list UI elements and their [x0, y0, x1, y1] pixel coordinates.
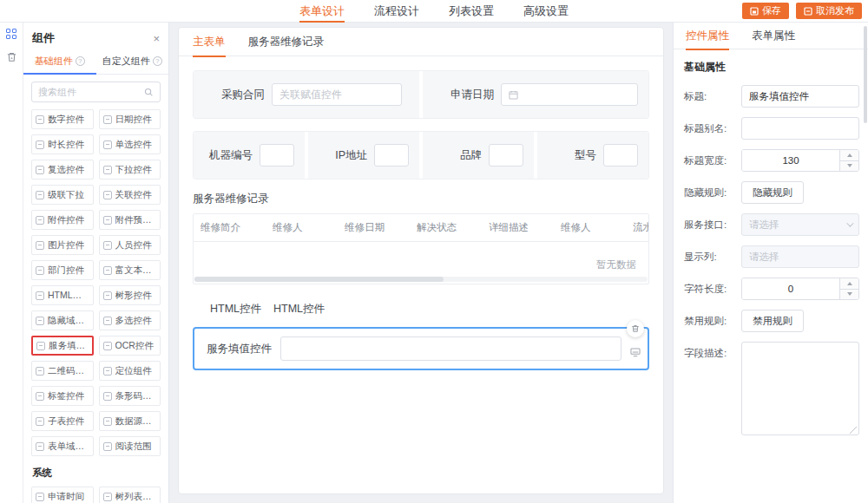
- display-column-select[interactable]: 请选择: [741, 245, 859, 268]
- tab-advanced-settings[interactable]: 高级设置: [523, 0, 569, 23]
- component-item-apply-time[interactable]: 申请时间: [31, 487, 94, 503]
- purchase-contract-input[interactable]: [279, 88, 394, 101]
- stepper-down-icon[interactable]: [840, 290, 858, 300]
- tab-main-form[interactable]: 主表单: [193, 28, 226, 56]
- component-item-relation-control[interactable]: 关联控件: [99, 185, 161, 205]
- tab-server-repair-records[interactable]: 服务器维修记录: [248, 28, 325, 56]
- tab-form-properties[interactable]: 表单属性: [752, 23, 795, 49]
- components-grid-icon[interactable]: [0, 23, 23, 45]
- component-item-checkbox-control[interactable]: 复选控件: [31, 160, 94, 180]
- field-apply-date[interactable]: 申请日期: [421, 71, 648, 118]
- component-item-radio-control[interactable]: 单选控件: [99, 134, 161, 154]
- field-purchase-contract[interactable]: 采购合同: [194, 71, 419, 118]
- ocr-control-icon: [103, 342, 112, 350]
- field-ip-address[interactable]: IP地址: [306, 132, 419, 179]
- hidden-field-icon: [36, 317, 44, 325]
- tab-basic-components[interactable]: 基础组件 ?: [23, 49, 96, 74]
- trash-icon[interactable]: [0, 45, 23, 68]
- page-scrollbar-thumb[interactable]: [864, 26, 867, 123]
- scrollbar-thumb[interactable]: [194, 277, 444, 282]
- stepper-up-icon[interactable]: [840, 150, 858, 161]
- service-fill-input[interactable]: [280, 336, 621, 361]
- formfield-control-icon: [36, 442, 44, 451]
- help-icon[interactable]: ?: [153, 56, 162, 66]
- selected-service-fill-control[interactable]: 服务填值控件: [193, 327, 649, 370]
- title-width-input[interactable]: [742, 150, 839, 171]
- field-label: 采购合同: [204, 88, 265, 102]
- tab-control-properties[interactable]: 控件属性: [686, 23, 729, 49]
- title-input[interactable]: [741, 85, 859, 108]
- trash-icon: [631, 324, 640, 333]
- hide-rule-button[interactable]: 隐藏规则: [741, 181, 804, 204]
- component-item-readscope-control[interactable]: 阅读范围: [99, 436, 161, 456]
- component-item-department-control[interactable]: 部门控件: [31, 260, 94, 280]
- ip-address-input[interactable]: [382, 149, 401, 161]
- field-description-textarea[interactable]: [741, 342, 859, 435]
- title-alias-input[interactable]: [741, 117, 859, 140]
- component-search-input[interactable]: [38, 87, 140, 97]
- tab-list-settings[interactable]: 列表设置: [449, 0, 494, 23]
- component-item-tag-control[interactable]: 标签控件: [31, 386, 94, 406]
- prop-row-title-width: 标题宽度:: [684, 149, 859, 172]
- apply-date-input[interactable]: [523, 88, 630, 101]
- component-item-formfield-control[interactable]: 表单域控件: [31, 436, 94, 456]
- char-length-input[interactable]: [742, 278, 839, 299]
- component-item-date-control[interactable]: 日期控件: [99, 109, 161, 129]
- component-item-location-control[interactable]: 定位组件: [99, 361, 161, 381]
- component-item-tree-control[interactable]: 树形控件: [99, 285, 161, 305]
- field-model[interactable]: 型号: [536, 132, 648, 179]
- component-item-richtext-control[interactable]: 富文本控件: [99, 260, 161, 280]
- component-item-barcode-control[interactable]: 条形码控件: [99, 386, 161, 406]
- tab-form-design[interactable]: 表单设计: [299, 0, 345, 23]
- relation-control-icon: [103, 191, 112, 199]
- component-item-multiselect-control[interactable]: 多选控件: [99, 310, 161, 330]
- component-item-html-control[interactable]: HTML控件: [31, 285, 94, 305]
- component-item-duration-control[interactable]: 时长控件: [31, 134, 94, 154]
- component-item-datasource-subtable[interactable]: 数据源子表...: [99, 411, 161, 431]
- subtable-column: 维修人: [554, 214, 626, 241]
- component-item-person-control[interactable]: 人员控件: [99, 235, 161, 255]
- duration-control-icon: [36, 140, 44, 149]
- subtable-header: 维修简介 维修人 维修日期 解决状态 详细描述 维修人 流水: [194, 214, 648, 242]
- title-width-stepper[interactable]: [839, 150, 858, 171]
- tab-basic-components-label: 基础组件: [35, 55, 73, 68]
- delete-control-button[interactable]: [627, 320, 644, 337]
- subtable-horizontal-scrollbar[interactable]: [194, 277, 648, 282]
- model-input[interactable]: [611, 149, 630, 161]
- server-repair-subtable[interactable]: 维修简介 维修人 维修日期 解决状态 详细描述 维修人 流水 暂无数据: [193, 213, 649, 284]
- component-item-image-control[interactable]: 图片控件: [31, 235, 94, 255]
- prop-row-char-length: 字符长度:: [684, 278, 859, 300]
- save-button[interactable]: 保存: [742, 3, 789, 19]
- component-item-tree-parent-id[interactable]: 树列表父级ID: [99, 487, 161, 503]
- stepper-down-icon[interactable]: [840, 161, 858, 172]
- component-item-cascade-dropdown[interactable]: 级联下拉: [31, 185, 94, 205]
- field-machine-no[interactable]: 机器编号: [194, 132, 305, 179]
- resize-grip-icon[interactable]: [850, 427, 857, 434]
- field-brand[interactable]: 品牌: [421, 132, 534, 179]
- stepper-up-icon[interactable]: [840, 278, 858, 290]
- component-item-attachment-control[interactable]: 附件控件: [31, 210, 94, 230]
- char-length-stepper[interactable]: [839, 278, 858, 299]
- prop-label: 标题别名:: [684, 117, 741, 135]
- component-item-service-fill-control[interactable]: 服务填值控件: [31, 336, 94, 356]
- attachment-preview-icon: [103, 216, 112, 225]
- close-icon[interactable]: ×: [153, 33, 160, 44]
- component-item-hidden-field[interactable]: 隐藏域控件: [31, 310, 94, 330]
- component-item-number-control[interactable]: 数字控件: [31, 109, 94, 129]
- calendar-icon: [509, 90, 518, 100]
- brand-input[interactable]: [496, 149, 516, 161]
- tab-custom-components[interactable]: 自定义组件 ?: [96, 49, 169, 74]
- html-control-block[interactable]: HTML控件 HTML控件: [210, 302, 649, 317]
- help-icon[interactable]: ?: [76, 56, 85, 66]
- tab-flow-design[interactable]: 流程设计: [374, 0, 419, 23]
- dropdown-control-icon: [103, 166, 112, 174]
- machine-no-input[interactable]: [267, 149, 286, 161]
- component-item-attachment-preview[interactable]: 附件预览控件: [99, 210, 161, 230]
- component-item-dropdown-control[interactable]: 下拉控件: [99, 160, 161, 180]
- service-api-select[interactable]: 请选择: [741, 213, 859, 236]
- component-item-subtable-control[interactable]: 子表控件: [31, 411, 94, 431]
- cancel-publish-button[interactable]: 取消发布: [796, 3, 862, 19]
- component-item-qrcode-control[interactable]: 二维码控件: [31, 361, 94, 381]
- component-item-ocr-control[interactable]: OCR控件: [99, 336, 161, 356]
- disable-rule-button[interactable]: 禁用规则: [741, 310, 804, 332]
